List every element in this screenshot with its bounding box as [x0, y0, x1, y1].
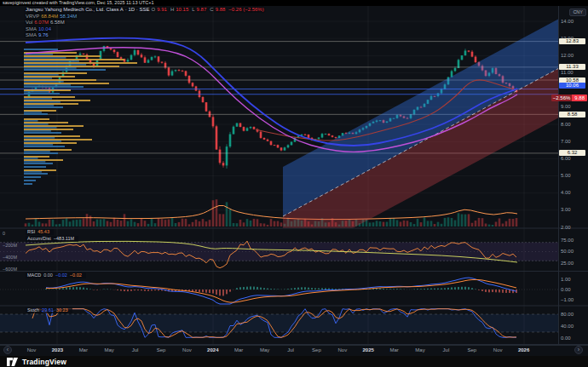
time-axis-label: Nov — [182, 347, 192, 353]
time-axis-label: Nov — [337, 347, 347, 353]
tradingview-snapshot: savepiginvest created with TradingView.c… — [0, 0, 588, 367]
chart-canvas[interactable] — [0, 0, 588, 367]
time-axis-label: Sep — [467, 347, 476, 353]
time-axis-label: 2024 — [207, 347, 218, 353]
price-tick: 6.00 — [561, 156, 571, 162]
ma-price-label: 10.06 — [559, 83, 585, 89]
time-axis[interactable]: Nov2023MarMayJulSepNov2024MarMayJulSepNo… — [0, 345, 588, 357]
brand-name: TradingView — [22, 358, 66, 366]
rsi-tick: 25.00 — [561, 261, 574, 267]
stoch-tick: 40.00 — [561, 324, 574, 330]
price-tick: 12.00 — [561, 53, 574, 59]
time-axis-label: Nov — [493, 347, 503, 353]
price-tick: 14.00 — [561, 19, 574, 25]
macd-tick: 0.00 — [561, 287, 571, 293]
price-tick: 4.00 — [561, 190, 571, 196]
footer-bar: TradingView — [0, 356, 588, 367]
time-axis-label: Sep — [157, 347, 166, 353]
price-tick: 3.00 — [561, 207, 571, 213]
currency-button[interactable]: CNY — [569, 9, 586, 16]
time-axis-label: Mar — [234, 347, 243, 353]
last-price-label: −2.56% 9.88 — [551, 95, 587, 101]
stoch-tick: 0.00 — [561, 335, 571, 341]
time-axis-label: Jul — [287, 347, 294, 353]
time-axis-label: Jul — [132, 347, 139, 353]
price-tick: 5.00 — [561, 173, 571, 179]
last-price-change-pct: −2.56% — [551, 95, 573, 101]
price-tick: 11.00 — [561, 70, 574, 76]
time-axis-label: May — [105, 347, 114, 353]
attribution-bar: savepiginvest created with TradingView.c… — [0, 0, 588, 6]
time-axis-label: 2026 — [518, 347, 529, 353]
price-tick: 8.00 — [561, 122, 571, 128]
macd-tick: −1.00 — [561, 297, 574, 303]
time-axis-label: Mar — [389, 347, 398, 353]
rsi-left-tick: 0 — [3, 231, 5, 237]
time-axis-label: Sep — [312, 347, 321, 353]
price-line-label: 6.32 — [559, 150, 585, 156]
attribution-text: savepiginvest created with TradingView.c… — [3, 0, 154, 5]
rsi-tick: 75.00 — [561, 238, 574, 244]
time-axis-label: May — [415, 347, 424, 353]
chevron-right-icon: › — [578, 347, 579, 353]
stoch-tick: 80.00 — [561, 312, 574, 318]
time-axis-label: Mar — [79, 347, 88, 353]
macd-tick: 1.00 — [561, 277, 571, 283]
time-axis-label: Nov — [27, 347, 37, 353]
last-price-value: 9.88 — [572, 95, 587, 101]
price-axis[interactable]: CNY −2.56% 9.88 14.0013.0012.0011.009.00… — [558, 6, 588, 345]
price-tick: 2.00 — [561, 225, 571, 231]
time-axis-label: 2025 — [363, 347, 374, 353]
rsi-left-tick: −200M — [3, 243, 17, 249]
price-line-label: 11.33 — [559, 64, 585, 70]
rsi-left-tick: −400M — [3, 255, 17, 261]
price-tick: 9.00 — [561, 104, 571, 110]
price-tick: 7.00 — [561, 139, 571, 145]
chevron-left-icon: ‹ — [7, 347, 9, 353]
time-axis-label: May — [260, 347, 269, 353]
price-line-label: 12.83 — [559, 38, 585, 44]
time-axis-label: 2023 — [52, 347, 63, 353]
scroll-left-button[interactable]: ‹ — [3, 346, 12, 354]
time-axis-label: Jul — [443, 347, 450, 353]
tradingview-logo-icon — [7, 357, 18, 367]
scroll-right-button[interactable]: › — [574, 346, 583, 354]
price-line-label: 8.58 — [559, 112, 585, 118]
rsi-tick: 50.00 — [561, 249, 574, 255]
rsi-left-tick: −600M — [3, 267, 17, 272]
